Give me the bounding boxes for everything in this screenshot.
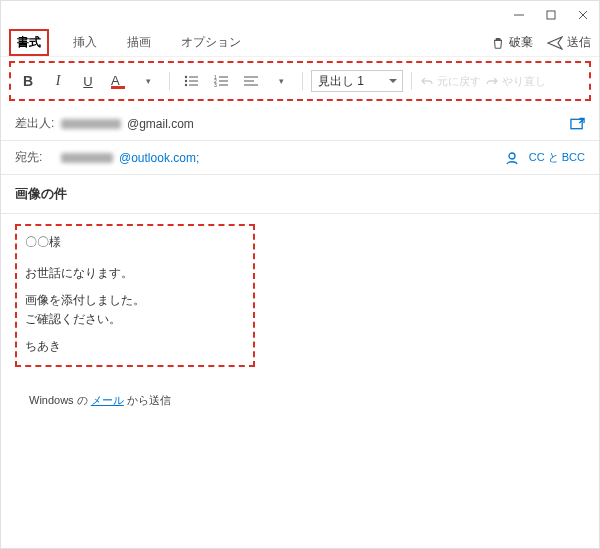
- separator: [411, 72, 412, 90]
- body-line: ご確認ください。: [25, 311, 245, 328]
- from-field: 差出人: @gmail.com: [1, 107, 599, 141]
- to-domain: @outlook.com;: [119, 151, 199, 165]
- bold-button[interactable]: B: [15, 69, 41, 93]
- discard-label: 破棄: [509, 34, 533, 51]
- menu-bar: 書式 挿入 描画 オプション 破棄 送信: [1, 29, 599, 57]
- maximize-button[interactable]: [541, 5, 561, 25]
- cc-bcc-link[interactable]: CC と BCC: [529, 150, 585, 165]
- undo-label: 元に戻す: [437, 74, 481, 89]
- signature-suffix: から送信: [124, 394, 171, 406]
- tab-format[interactable]: 書式: [9, 29, 49, 56]
- undo-icon: [420, 75, 434, 87]
- body-line: 画像を添付しました。: [25, 292, 245, 309]
- separator: [169, 72, 170, 90]
- message-body-area[interactable]: 〇〇様 お世話になります。 画像を添付しました。 ご確認ください。 ちあき Wi…: [1, 214, 599, 422]
- redo-button[interactable]: やり直し: [485, 74, 546, 89]
- open-window-icon[interactable]: [570, 117, 585, 131]
- from-label: 差出人:: [15, 115, 55, 132]
- svg-point-20: [509, 153, 515, 159]
- undo-button[interactable]: 元に戻す: [420, 74, 481, 89]
- svg-point-6: [185, 80, 187, 82]
- close-button[interactable]: [573, 5, 593, 25]
- tab-draw[interactable]: 描画: [121, 31, 157, 54]
- discard-button[interactable]: 破棄: [491, 34, 533, 51]
- to-label: 宛先:: [15, 149, 55, 166]
- separator: [302, 72, 303, 90]
- format-toolbar-highlight: B I U A ▾ 123 ▾ 見出し 1 元に戻す やり直し: [9, 61, 591, 101]
- compose-window: 書式 挿入 描画 オプション 破棄 送信 B I U A ▾ 123: [0, 0, 600, 549]
- align-button[interactable]: [238, 69, 264, 93]
- svg-rect-1: [547, 11, 555, 19]
- signature-prefix: Windows の: [29, 394, 91, 406]
- font-color-icon: A: [111, 73, 125, 89]
- title-bar: [1, 1, 599, 29]
- contact-icon[interactable]: [505, 151, 519, 165]
- heading-dropdown[interactable]: 見出し 1: [311, 70, 403, 92]
- from-domain: @gmail.com: [127, 117, 194, 131]
- underline-button[interactable]: U: [75, 69, 101, 93]
- body-line: ちあき: [25, 338, 245, 355]
- send-icon: [547, 36, 563, 50]
- tab-insert[interactable]: 挿入: [67, 31, 103, 54]
- tab-option[interactable]: オプション: [175, 31, 247, 54]
- chevron-down-icon: ▾: [279, 76, 284, 86]
- italic-button[interactable]: I: [45, 69, 71, 93]
- to-field[interactable]: 宛先: @outlook.com; CC と BCC: [1, 141, 599, 175]
- from-address-masked: [61, 119, 121, 129]
- body-line: お世話になります。: [25, 265, 245, 282]
- subject-field[interactable]: 画像の件: [1, 175, 599, 214]
- svg-text:3: 3: [214, 82, 217, 87]
- signature: Windows の メール から送信: [15, 389, 585, 412]
- svg-rect-19: [571, 119, 582, 128]
- send-label: 送信: [567, 34, 591, 51]
- to-address-masked: [61, 153, 113, 163]
- format-toolbar: B I U A ▾ 123 ▾ 見出し 1 元に戻す やり直し: [15, 67, 585, 95]
- trash-icon: [491, 36, 505, 50]
- chevron-down-icon: ▾: [146, 76, 151, 86]
- send-button[interactable]: 送信: [547, 34, 591, 51]
- signature-mail-link[interactable]: メール: [91, 394, 124, 406]
- svg-point-4: [185, 76, 187, 78]
- svg-point-8: [185, 84, 187, 86]
- message-body-highlight: 〇〇様 お世話になります。 画像を添付しました。 ご確認ください。 ちあき: [15, 224, 255, 367]
- minimize-button[interactable]: [509, 5, 529, 25]
- numbered-list-button[interactable]: 123: [208, 69, 234, 93]
- font-color-button[interactable]: A: [105, 69, 131, 93]
- bullet-list-button[interactable]: [178, 69, 204, 93]
- align-dropdown[interactable]: ▾: [268, 69, 294, 93]
- redo-label: やり直し: [502, 74, 546, 89]
- body-line: 〇〇様: [25, 234, 245, 251]
- font-color-dropdown[interactable]: ▾: [135, 69, 161, 93]
- redo-icon: [485, 75, 499, 87]
